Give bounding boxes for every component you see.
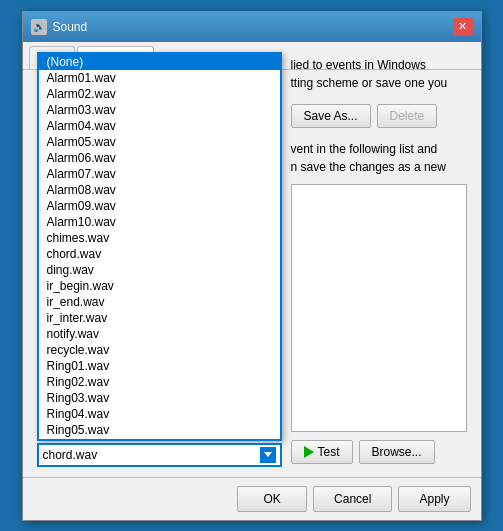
delete-button[interactable]: Delete [377, 104, 438, 128]
dropdown-item[interactable]: Alarm06.wav [39, 150, 280, 166]
save-as-button[interactable]: Save As... [291, 104, 371, 128]
dropdown-item[interactable]: notify.wav [39, 326, 280, 342]
dropdown-item[interactable]: Ring06.wav [39, 438, 280, 439]
dropdown-selected-text: chord.wav [43, 448, 98, 462]
dropdown-item[interactable]: Alarm04.wav [39, 118, 280, 134]
dropdown-item[interactable]: Ring01.wav [39, 358, 280, 374]
dropdown-item[interactable]: Alarm05.wav [39, 134, 280, 150]
dropdown-item[interactable]: Alarm03.wav [39, 102, 280, 118]
browse-button[interactable]: Browse... [359, 440, 435, 464]
dropdown-item[interactable]: Ring03.wav [39, 390, 280, 406]
dropdown-list[interactable]: (None)Alarm01.wavAlarm02.wavAlarm03.wavA… [39, 54, 280, 439]
ok-button[interactable]: OK [237, 486, 307, 512]
play-icon [304, 446, 314, 458]
cancel-button[interactable]: Cancel [313, 486, 392, 512]
bottom-bar: OK Cancel Apply [23, 477, 481, 520]
dropdown-item[interactable]: chord.wav [39, 246, 280, 262]
dropdown-item[interactable]: Alarm07.wav [39, 166, 280, 182]
dialog-icon: 🔊 [31, 19, 47, 35]
dropdown-item[interactable]: ir_begin.wav [39, 278, 280, 294]
apply-button[interactable]: Apply [398, 486, 470, 512]
dropdown-item[interactable]: ding.wav [39, 262, 280, 278]
dropdown-item[interactable]: Ring04.wav [39, 406, 280, 422]
test-button[interactable]: Test [291, 440, 353, 464]
right-text1: lied to events in Windows tting scheme o… [291, 56, 467, 92]
dropdown-item[interactable]: Alarm10.wav [39, 214, 280, 230]
dropdown-selected[interactable]: chord.wav [37, 443, 282, 467]
titlebar-title: 🔊 Sound [31, 19, 88, 35]
dropdown-item[interactable]: chimes.wav [39, 230, 280, 246]
save-delete-row: Save As... Delete [291, 104, 467, 128]
dropdown-item[interactable]: Alarm02.wav [39, 86, 280, 102]
dropdown-item[interactable]: Alarm08.wav [39, 182, 280, 198]
dropdown-item[interactable]: ir_end.wav [39, 294, 280, 310]
right-panel: lied to events in Windows tting scheme o… [291, 52, 467, 464]
titlebar: 🔊 Sound ✕ [23, 12, 481, 42]
dialog: 🔊 Sound ✕ Pl... ...ications (None)Alarm0… [22, 11, 482, 521]
dropdown-item[interactable]: Alarm09.wav [39, 198, 280, 214]
dropdown-item[interactable]: Alarm01.wav [39, 70, 280, 86]
dropdown-overlay: (None)Alarm01.wavAlarm02.wavAlarm03.wavA… [37, 52, 282, 441]
events-list[interactable] [291, 184, 467, 432]
dropdown-arrow-icon[interactable] [260, 447, 276, 463]
dialog-title: Sound [53, 20, 88, 34]
test-browse-row: Test Browse... [291, 440, 467, 464]
dropdown-item[interactable]: (None) [39, 54, 280, 70]
dropdown-item[interactable]: recycle.wav [39, 342, 280, 358]
dropdown-item[interactable]: Ring05.wav [39, 422, 280, 438]
dropdown-item[interactable]: ir_inter.wav [39, 310, 280, 326]
svg-marker-0 [264, 452, 272, 457]
right-text2: vent in the following list and n save th… [291, 140, 467, 176]
close-button[interactable]: ✕ [453, 18, 473, 36]
dropdown-item[interactable]: Ring02.wav [39, 374, 280, 390]
